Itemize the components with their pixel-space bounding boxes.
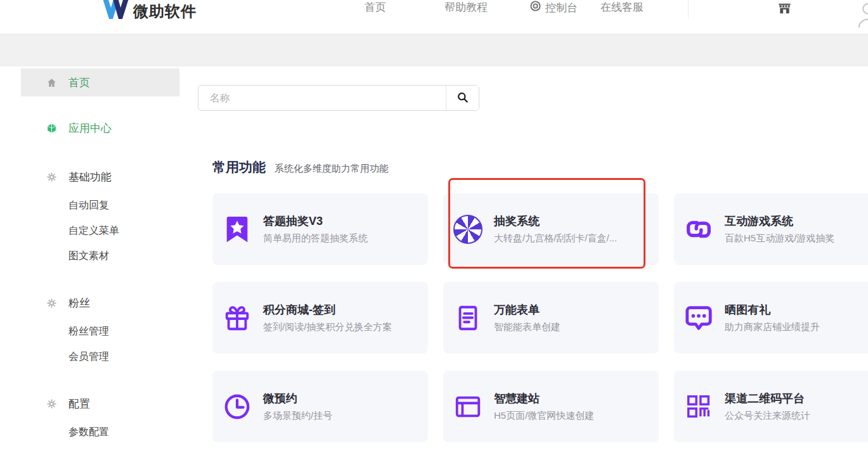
nav-item-label: 控制台	[545, 1, 578, 16]
app-card-subtitle: H5页面/微官网快速创建	[494, 410, 594, 422]
nav-item-home[interactable]: 首页	[365, 0, 386, 15]
sidebar-subitem-label: 自动回复	[68, 199, 109, 212]
app-card-title: 智慧建站	[494, 391, 594, 406]
app-card-subtitle: 多场景预约/挂号	[263, 410, 332, 422]
target-icon	[529, 0, 541, 16]
logo-text: 微助软件	[133, 1, 197, 22]
page-background-band	[0, 34, 868, 67]
app-card[interactable]: 晒图有礼助力商家店铺业绩提升	[674, 282, 868, 354]
app-card-grid: 答题抽奖V3简单易用的答题抽奖系统抽奖系统大转盘/九宫格/刮刮卡/盲盒/...互…	[212, 193, 868, 442]
sidebar-subitem-label: 图文素材	[68, 250, 109, 263]
app-card-title: 晒图有礼	[725, 302, 820, 317]
app-card[interactable]: 微预约多场景预约/挂号	[212, 371, 428, 442]
app-card[interactable]: 万能表单智能能表单创建	[443, 282, 659, 354]
sidebar-group-basic-functions[interactable]: 基础功能	[21, 169, 179, 186]
sidebar-subitem-member-management[interactable]: 会员管理	[21, 350, 179, 364]
home-icon	[46, 77, 57, 88]
sidebar-item-home[interactable]: 首页	[21, 68, 179, 96]
app-logo[interactable]: 微助软件	[101, 0, 197, 22]
qrcode-icon	[684, 392, 713, 421]
app-card-title: 微预约	[263, 391, 332, 406]
app-card-subtitle: 公众号关注来源统计	[725, 410, 810, 422]
app-card[interactable]: 答题抽奖V3简单易用的答题抽奖系统	[212, 193, 428, 265]
app-card[interactable]: 抽奖系统大转盘/九宫格/刮刮卡/盲盒/...	[443, 193, 659, 265]
top-nav: 首页帮助教程控制台在线客服	[365, 0, 644, 16]
app-window: 微助软件 首页帮助教程控制台在线客服 首页应用中心基础功能自动回复自定义菜单图文…	[0, 0, 868, 453]
app-card-title: 抽奖系统	[494, 214, 617, 229]
app-card[interactable]: 积分商城-签到签到/阅读/抽奖积分兑换全方案	[212, 282, 428, 354]
clock-icon	[223, 392, 252, 421]
chat-dots-icon	[684, 303, 713, 333]
layout-icon	[453, 392, 483, 421]
search-input[interactable]	[198, 86, 446, 110]
form-icon	[453, 303, 483, 333]
app-card[interactable]: 互动游戏系统百款H5互动游戏/游戏抽奖	[674, 193, 868, 265]
search-icon	[457, 91, 469, 105]
sidebar-subitem-media-material[interactable]: 图文素材	[21, 249, 179, 263]
section-subtitle: 系统化多维度助力常用功能	[275, 163, 389, 175]
sidebar-subitem-label: 参数配置	[68, 426, 109, 439]
section-title: 常用功能	[212, 158, 266, 176]
gift-icon	[223, 303, 252, 333]
sidebar-subitem-label: 自定义菜单	[68, 224, 119, 238]
app-card-subtitle: 智能能表单创建	[494, 321, 560, 333]
app-card-subtitle: 简单易用的答题抽奖系统	[263, 233, 368, 245]
app-card[interactable]: 渠道二维码平台公众号关注来源统计	[674, 371, 868, 442]
sidebar-item-label: 应用中心	[68, 121, 112, 136]
logo-w-icon	[101, 0, 129, 22]
sidebar-subitem-label: 会员管理	[68, 350, 109, 364]
app-card-subtitle: 签到/阅读/抽奖积分兑换全方案	[263, 321, 392, 333]
nav-item-support[interactable]: 在线客服	[600, 0, 644, 15]
gear-icon	[46, 172, 57, 182]
app-card-title: 万能表单	[494, 302, 560, 317]
sidebar-item-label: 基础功能	[68, 170, 112, 184]
app-card-title: 渠道二维码平台	[725, 391, 810, 406]
sidebar-subitem-fan-management[interactable]: 粉丝管理	[21, 324, 179, 338]
sidebar: 首页应用中心基础功能自动回复自定义菜单图文素材粉丝粉丝管理会员管理配置参数配置	[0, 67, 179, 439]
sidebar-item-label: 首页	[68, 75, 90, 90]
search-button[interactable]	[446, 86, 479, 110]
gear-icon	[46, 298, 57, 308]
store-icon[interactable]	[777, 1, 792, 18]
section-header: 常用功能 系统化多维度助力常用功能	[212, 158, 389, 176]
app-card-title: 互动游戏系统	[725, 214, 834, 229]
sidebar-subitem-label: 粉丝管理	[68, 325, 109, 338]
sidebar-subitem-custom-menu[interactable]: 自定义菜单	[21, 224, 179, 238]
app-card-title: 积分商城-签到	[263, 302, 392, 317]
sidebar-subitem-auto-reply[interactable]: 自动回复	[21, 198, 179, 212]
sidebar-item-label: 配置	[68, 397, 90, 411]
app-card-subtitle: 大转盘/九宫格/刮刮卡/盲盒/...	[494, 233, 617, 245]
search-bar	[198, 85, 479, 111]
sidebar-group-config[interactable]: 配置	[21, 395, 179, 412]
nav-item-help[interactable]: 帮助教程	[444, 0, 488, 15]
chain-links-icon	[684, 215, 713, 244]
nav-item-console[interactable]: 控制台	[529, 0, 578, 16]
gear-icon	[46, 399, 57, 409]
sidebar-group-fans[interactable]: 粉丝	[21, 295, 179, 312]
sidebar-item-app-center[interactable]: 应用中心	[21, 120, 179, 137]
nav-item-label: 首页	[365, 0, 386, 15]
sidebar-subitem-parameter-config[interactable]: 参数配置	[21, 425, 179, 439]
header-divider	[688, 0, 689, 19]
app-card-subtitle: 助力商家店铺业绩提升	[725, 321, 820, 333]
nav-item-label: 在线客服	[600, 0, 644, 15]
app-card-title: 答题抽奖V3	[263, 214, 368, 229]
app-card-subtitle: 百款H5互动游戏/游戏抽奖	[725, 233, 834, 245]
app-card[interactable]: 智慧建站H5页面/微官网快速创建	[443, 371, 659, 442]
top-header: 微助软件 首页帮助教程控制台在线客服	[0, 0, 868, 34]
user-icon[interactable]	[857, 1, 868, 33]
prize-wheel-icon	[453, 215, 483, 244]
bookmark-star-icon	[223, 215, 252, 244]
nav-item-label: 帮助教程	[444, 0, 488, 15]
sidebar-item-label: 粉丝	[68, 296, 90, 310]
cube-icon	[46, 123, 57, 134]
